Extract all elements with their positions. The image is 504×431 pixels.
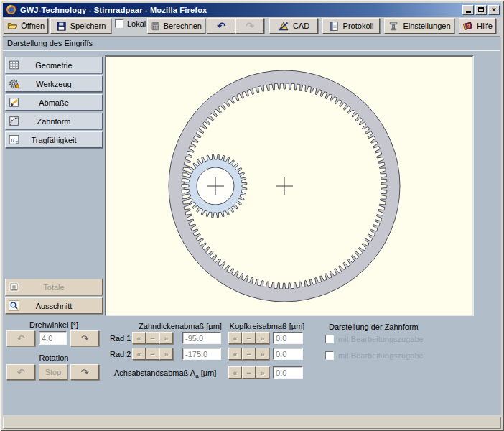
sidebar-item-label: Zahnform — [37, 117, 70, 126]
stepper-reset-button[interactable]: − — [242, 366, 256, 379]
sidebar-item-geometrie[interactable]: Geometrie — [5, 57, 103, 73]
lokal-checkbox-group: Lokal — [115, 19, 146, 28]
stepper-decrease-button[interactable]: « — [228, 348, 242, 360]
undo-button[interactable]: ↶ — [207, 18, 235, 34]
stepper-decrease-button[interactable]: « — [132, 348, 146, 360]
rad1-kopfkreis-input[interactable] — [273, 332, 303, 344]
stepper-increase-button[interactable]: » — [159, 332, 173, 344]
stepper-increase-button[interactable]: » — [256, 348, 269, 360]
zahnform-panel-title: Darstellung der Zahnform — [329, 323, 419, 331]
stepper-decrease-button[interactable]: « — [228, 332, 242, 344]
calculator-icon — [151, 21, 160, 32]
stepper-right-icon: » — [164, 334, 168, 343]
bearbeitungszugabe-checkbox-row-2: mit Bearbeitungszugabe — [325, 351, 424, 360]
protokoll-label: Protokoll — [343, 22, 374, 30]
lokal-checkbox[interactable] — [115, 19, 123, 28]
section-separator — [3, 50, 500, 51]
section-title: Darstellung des Eingriffs — [7, 39, 93, 47]
protokoll-document-icon — [329, 21, 340, 32]
ausschnitt-button[interactable]: Ausschnitt — [5, 297, 103, 314]
achsabstand-input[interactable] — [273, 366, 303, 379]
rad2-zahndicke-input[interactable] — [182, 348, 221, 360]
stepper-increase-button[interactable]: » — [256, 332, 269, 344]
rad2-kopfkreis-stepper: « − » — [228, 348, 269, 360]
calculate-button[interactable]: Berechnen — [147, 18, 205, 34]
totale-square-icon — [8, 281, 20, 293]
rotate-ccw-step-button[interactable]: ↶ — [6, 330, 35, 346]
minimize-button[interactable] — [462, 5, 474, 15]
sidebar-item-label: Werkzeug — [36, 80, 71, 88]
sigma-icon: σ x — [8, 134, 20, 146]
open-folder-icon — [7, 20, 17, 32]
sidebar-item-tragfaehigkeit[interactable]: σ x Tragfähigkeit — [5, 131, 103, 148]
stepper-increase-button[interactable]: » — [159, 348, 173, 360]
totale-label: Totale — [43, 283, 64, 292]
title-bar: GWJ-Technology - Stirnradpaar - Mozilla … — [3, 3, 501, 17]
stepper-reset-button[interactable]: − — [146, 348, 159, 360]
settings-tool-icon — [388, 20, 399, 32]
stop-label: Stop — [45, 368, 62, 376]
bearbeitungszugabe-checkbox-row-1: mit Bearbeitungszugabe — [325, 335, 424, 343]
maximize-icon — [478, 7, 484, 12]
rad1-label: Rad 1 — [110, 334, 131, 343]
bearbeitungszugabe-label-1: mit Bearbeitungszugabe — [338, 335, 424, 343]
sidebar-item-label: Abmaße — [39, 98, 69, 107]
stepper-minus-icon: − — [150, 350, 154, 358]
close-button[interactable]: × — [488, 5, 500, 15]
rad1-zahndicke-stepper: « − » — [132, 332, 173, 344]
rotation-cw-icon: ↷ — [81, 367, 89, 378]
rotation-ccw-button[interactable]: ↶ — [6, 364, 35, 380]
save-button[interactable]: Speichern — [50, 18, 111, 34]
stepper-decrease-button[interactable]: « — [132, 332, 146, 344]
rad1-zahndicke-input[interactable] — [182, 332, 221, 344]
help-label: Hilfe — [477, 22, 493, 30]
save-label: Speichern — [70, 22, 106, 30]
stepper-left-icon: « — [136, 350, 141, 358]
gear-mesh-drawing — [106, 57, 472, 315]
calculate-label: Berechnen — [164, 22, 202, 30]
grid-icon — [8, 59, 20, 71]
protokoll-button[interactable]: Protokoll — [322, 18, 380, 34]
stepper-decrease-button[interactable]: « — [228, 366, 242, 379]
stepper-left-icon: « — [233, 334, 237, 343]
stepper-reset-button[interactable]: − — [242, 332, 256, 344]
stepper-right-icon: » — [260, 334, 264, 343]
stepper-left-icon: « — [136, 334, 141, 343]
settings-button[interactable]: Einstellungen — [384, 18, 454, 34]
rotate-cw-step-button[interactable]: ↷ — [70, 330, 99, 346]
drehwinkel-input[interactable] — [39, 331, 67, 345]
stepper-increase-button[interactable]: » — [256, 366, 269, 379]
help-button[interactable]: ? Hilfe — [459, 18, 496, 34]
sidebar-item-abmasse[interactable]: Abmaße — [5, 94, 103, 111]
stepper-right-icon: » — [164, 350, 168, 358]
open-button[interactable]: Öffnen — [4, 18, 48, 34]
cad-button[interactable]: CAD — [269, 18, 318, 34]
close-icon: × — [492, 6, 496, 14]
cad-icon — [278, 20, 289, 32]
stepper-reset-button[interactable]: − — [146, 332, 159, 344]
rotate-ccw-icon: ↶ — [17, 333, 25, 344]
sidebar-item-zahnform[interactable]: Zahnform — [5, 113, 103, 129]
app-window: GWJ-Technology - Stirnradpaar - Mozilla … — [0, 0, 504, 431]
kopfkreis-header: Kopfkreisabmaß [µm] — [225, 322, 309, 330]
rotation-cw-button[interactable]: ↷ — [70, 364, 99, 380]
tool-gear-icon — [8, 78, 20, 90]
drawing-canvas[interactable] — [105, 55, 474, 316]
magnifier-icon — [8, 300, 20, 312]
bearbeitungszugabe-label-2: mit Bearbeitungszugabe — [338, 351, 424, 360]
open-label: Öffnen — [21, 22, 45, 30]
rad2-zahndicke-stepper: « − » — [132, 348, 173, 360]
zahndicke-header: Zahndickenabmaß [µm] — [134, 322, 227, 330]
redo-icon: ↷ — [246, 21, 254, 31]
settings-label: Einstellungen — [403, 22, 450, 30]
tooth-form-icon — [8, 115, 20, 127]
maximize-button[interactable] — [475, 5, 487, 15]
stepper-reset-button[interactable]: − — [242, 348, 256, 360]
content-area: Darstellung des Eingriffs Geometrie Werk… — [3, 37, 501, 415]
sidebar-item-werkzeug[interactable]: Werkzeug — [5, 75, 103, 92]
achsabstand-label-suffix: [µm] — [199, 369, 217, 377]
rotate-cw-icon: ↷ — [81, 333, 89, 344]
stepper-right-icon: » — [260, 350, 264, 358]
rad2-kopfkreis-input[interactable] — [273, 348, 303, 360]
achsabstand-label: Achsabstandsabmaß Aa [µm] — [114, 369, 216, 379]
